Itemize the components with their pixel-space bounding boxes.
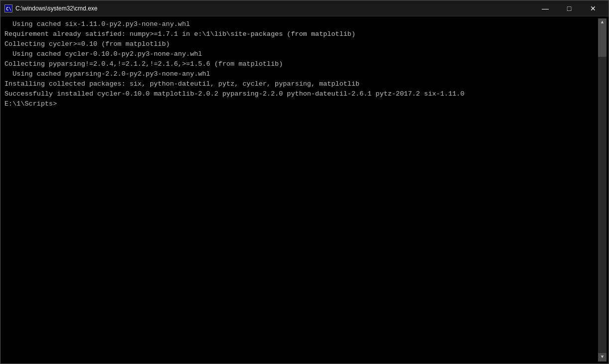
terminal-body[interactable]: Using cached six-1.11.0-py2.py3-none-any… (0, 16, 609, 364)
terminal-line: Using cached six-1.11.0-py2.py3-none-any… (4, 19, 596, 29)
terminal-content: Using cached six-1.11.0-py2.py3-none-any… (2, 18, 598, 362)
svg-text:C\: C\ (6, 6, 11, 11)
terminal-line: Successfully installed cycler-0.10.0 mat… (4, 89, 596, 99)
cmd-window: C\ C:\windows\system32\cmd.exe — □ ✕ Usi… (0, 0, 609, 364)
terminal-line: Using cached pyparsing-2.2.0-py2.py3-non… (4, 69, 596, 79)
scroll-up-arrow[interactable]: ▲ (598, 18, 607, 27)
scrollbar-track[interactable] (598, 27, 607, 353)
scrollbar-thumb[interactable] (598, 27, 607, 57)
cmd-icon: C\ (4, 4, 12, 12)
terminal-line: Collecting cycler>=0.10 (from matplotlib… (4, 39, 596, 49)
titlebar-left: C\ C:\windows\system32\cmd.exe (4, 4, 98, 12)
terminal-line: Collecting pyparsing!=2.0.4,!=2.1.2,!=2.… (4, 59, 596, 69)
minimize-button[interactable]: — (534, 0, 557, 16)
titlebar-controls: — □ ✕ (534, 0, 605, 16)
maximize-button[interactable]: □ (558, 0, 581, 16)
terminal-line: Using cached cycler-0.10.0-py2.py3-none-… (4, 49, 596, 59)
scrollbar[interactable]: ▲ ▼ (598, 18, 607, 362)
scroll-down-arrow[interactable]: ▼ (598, 353, 607, 362)
terminal-line: Installing collected packages: six, pyth… (4, 79, 596, 89)
titlebar: C\ C:\windows\system32\cmd.exe — □ ✕ (0, 0, 609, 16)
terminal-line: Requirement already satisfied: numpy>=1.… (4, 29, 596, 39)
window-title: C:\windows\system32\cmd.exe (15, 5, 98, 12)
terminal-line: E:\1\Scripts> (4, 99, 596, 109)
close-button[interactable]: ✕ (582, 0, 605, 16)
